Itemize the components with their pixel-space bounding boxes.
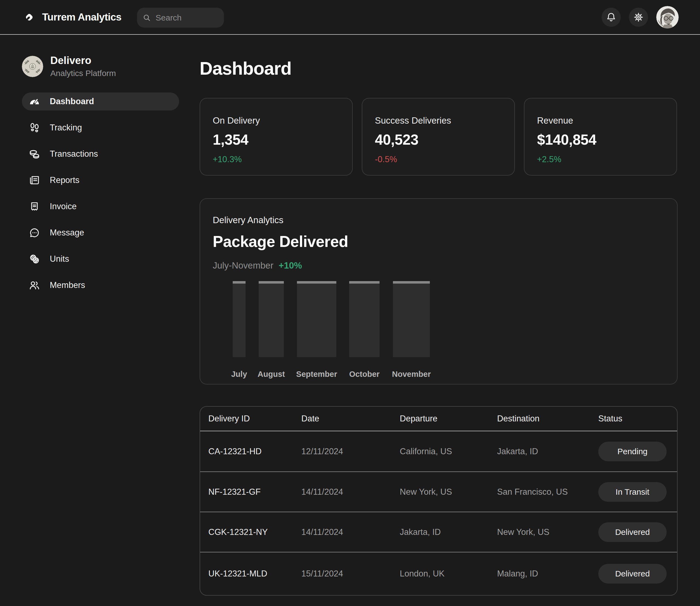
cell-departure: California, US xyxy=(400,447,497,457)
user-avatar[interactable] xyxy=(656,6,679,28)
sidebar-item-units[interactable]: Units xyxy=(22,250,179,268)
sidebar-item-invoice[interactable]: Invoice xyxy=(22,197,179,215)
table-row: CA-12321-HD 12/11/2024 California, US Ja… xyxy=(200,431,677,471)
stat-delta: -0.5% xyxy=(375,155,502,164)
cell-date: 12/11/2024 xyxy=(301,447,400,457)
stat-label: Revenue xyxy=(537,115,664,126)
chart-month-label: October xyxy=(349,370,379,379)
stat-value: $140,854 xyxy=(537,131,664,148)
chart-bar-november xyxy=(393,281,430,357)
stat-cards: On Delivery 1,354 +10.3% Success Deliver… xyxy=(200,98,678,176)
stat-value: 1,354 xyxy=(213,131,340,148)
sidebar-item-dashboard[interactable]: Dashboard xyxy=(22,92,179,111)
sidebar-item-label: Transactions xyxy=(50,149,98,159)
receipt-icon xyxy=(28,201,41,212)
sidebar-item-label: Tracking xyxy=(50,123,82,133)
cell-delivery-id: CA-12321-HD xyxy=(208,447,301,457)
gauge-icon xyxy=(28,95,41,108)
sidebar-item-message[interactable]: Message xyxy=(22,224,179,242)
page-title: Dashboard xyxy=(200,58,678,79)
notifications-button[interactable] xyxy=(602,8,621,27)
cell-destination: Malang, ID xyxy=(497,569,598,579)
chart-bar-september xyxy=(297,281,336,357)
cell-destination: New York, US xyxy=(497,527,598,537)
chart-bar-august xyxy=(259,281,284,357)
chart-month-label: July xyxy=(231,370,247,379)
stat-delta: +2.5% xyxy=(537,155,664,164)
brand-name: Turrem Analytics xyxy=(42,11,121,23)
cell-destination: Jakarta, ID xyxy=(497,447,598,457)
stat-card-revenue: Revenue $140,854 +2.5% xyxy=(524,98,677,176)
chat-icon xyxy=(28,227,41,239)
chart-month-label: August xyxy=(258,370,285,379)
sidebar-item-label: Reports xyxy=(50,175,79,185)
search-icon xyxy=(142,14,151,22)
sidebar: Delivero Analytics Platform Dashboard xyxy=(0,35,200,596)
sidebar-item-label: Message xyxy=(50,228,84,238)
chart-range: July-November +10% xyxy=(213,260,664,271)
newspaper-icon xyxy=(28,174,41,186)
chart-range-text: July-November xyxy=(213,260,274,271)
org-logo xyxy=(22,56,43,77)
search-input[interactable] xyxy=(156,13,261,22)
cell-delivery-id: NF-12321-GF xyxy=(208,487,301,497)
status-badge[interactable]: In Transit xyxy=(598,482,667,502)
brand: Turrem Analytics xyxy=(24,11,121,23)
chart-title: Package Delivered xyxy=(213,232,664,251)
stat-value: 40,523 xyxy=(375,131,502,148)
cell-date: 14/11/2024 xyxy=(301,487,400,497)
chart-range-delta: +10% xyxy=(279,260,302,271)
topbar: Turrem Analytics xyxy=(0,0,700,35)
status-badge[interactable]: Pending xyxy=(598,442,667,461)
org-text: Delivero Analytics Platform xyxy=(50,55,116,78)
cell-departure: London, UK xyxy=(400,569,497,579)
sidebar-item-label: Members xyxy=(50,280,85,290)
delivery-analytics-card: Delivery Analytics Package Delivered Jul… xyxy=(200,198,678,384)
sidebar-item-transactions[interactable]: Transactions xyxy=(22,145,179,163)
bell-icon xyxy=(606,12,616,22)
main-content: Dashboard On Delivery 1,354 +10.3% Succe… xyxy=(200,35,678,596)
chart-card-label: Delivery Analytics xyxy=(213,215,664,225)
brand-logo-icon xyxy=(24,12,34,22)
col-header-delivery-id: Delivery ID xyxy=(208,414,301,424)
sidebar-item-reports[interactable]: Reports xyxy=(22,171,179,189)
col-header-destination: Destination xyxy=(497,414,598,424)
org-name: Delivero xyxy=(50,55,116,67)
table-row: NF-12321-GF 14/11/2024 New York, US San … xyxy=(200,471,677,512)
cell-date: 15/11/2024 xyxy=(301,569,400,579)
table-header-row: Delivery ID Date Departure Destination S… xyxy=(200,406,677,431)
sidebar-nav: Dashboard Tracking xyxy=(22,92,179,294)
people-icon xyxy=(28,279,41,291)
col-header-status: Status xyxy=(598,414,666,424)
stat-card-on-delivery: On Delivery 1,354 +10.3% xyxy=(200,98,353,176)
stat-label: Success Deliveries xyxy=(375,115,502,126)
settings-button[interactable] xyxy=(629,8,648,27)
bar-chart xyxy=(213,281,664,357)
sidebar-item-label: Invoice xyxy=(50,202,76,211)
sidebar-item-members[interactable]: Members xyxy=(22,276,179,294)
cell-destination: San Francisco, US xyxy=(497,487,598,497)
search-bar[interactable] xyxy=(137,8,224,28)
chart-month-label: November xyxy=(392,370,431,379)
sidebar-item-label: Dashboard xyxy=(50,96,94,107)
cell-departure: New York, US xyxy=(400,487,497,497)
stat-card-success-deliveries: Success Deliveries 40,523 -0.5% xyxy=(362,98,515,176)
sidebar-item-label: Units xyxy=(50,254,69,264)
cell-delivery-id: CGK-12321-NY xyxy=(208,527,301,537)
spheres-icon xyxy=(28,253,41,265)
col-header-date: Date xyxy=(301,414,400,424)
sidebar-item-tracking[interactable]: Tracking xyxy=(22,119,179,137)
chart-bar-october xyxy=(349,281,379,357)
stat-label: On Delivery xyxy=(213,115,340,126)
status-badge[interactable]: Delivered xyxy=(598,522,667,542)
col-header-departure: Departure xyxy=(400,414,497,424)
cell-departure: Jakarta, ID xyxy=(400,527,497,537)
table-row: CGK-12321-NY 14/11/2024 Jakarta, ID New … xyxy=(200,512,677,552)
status-badge[interactable]: Delivered xyxy=(598,564,667,584)
cell-delivery-id: UK-12321-MLD xyxy=(208,569,301,579)
cell-date: 14/11/2024 xyxy=(301,527,400,537)
org-subtitle: Analytics Platform xyxy=(50,69,116,78)
topbar-actions xyxy=(602,6,679,28)
coins-icon xyxy=(28,148,41,160)
stat-delta: +10.3% xyxy=(213,155,340,164)
